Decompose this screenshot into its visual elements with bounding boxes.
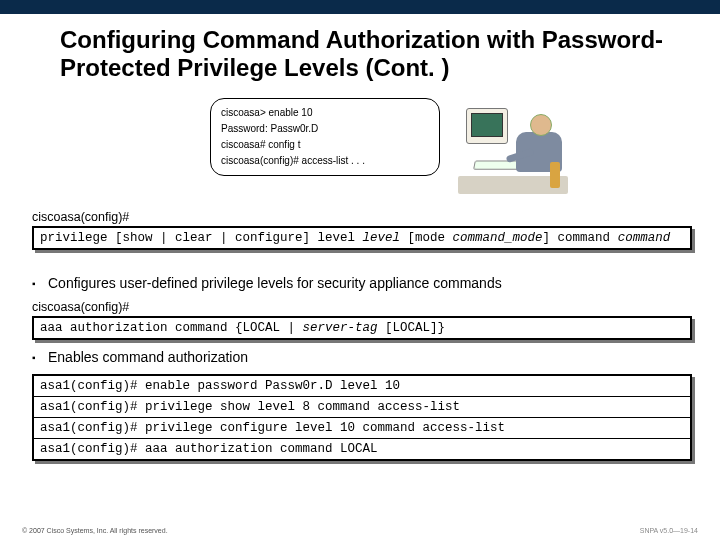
syntax-text: [mode	[400, 231, 453, 245]
chair-shape	[550, 162, 560, 188]
example-row: asa1(config)# privilege configure level …	[34, 418, 690, 439]
syntax-text: [LOCAL]}	[378, 321, 446, 335]
syntax-box-privilege: privilege [show | clear | configure] lev…	[32, 226, 692, 250]
prompt-label-2: ciscoasa(config)#	[32, 300, 129, 314]
screen-shape	[471, 113, 503, 137]
callout-line: ciscoasa(config)# access-list . . .	[221, 153, 429, 169]
syntax-arg: command	[618, 231, 671, 245]
syntax-arg: server-tag	[303, 321, 378, 335]
slide-number: SNPA v5.0—19-14	[640, 527, 698, 534]
person-head-shape	[530, 114, 552, 136]
example-row: asa1(config)# aaa authorization command …	[34, 439, 690, 459]
slide-title: Configuring Command Authorization with P…	[60, 26, 690, 81]
bullet-aaa-desc: Enables command authorization	[48, 349, 692, 365]
bullet-privilege-desc: Configures user-defined privilege levels…	[48, 275, 692, 291]
syntax-arg: level	[363, 231, 401, 245]
monitor-icon	[466, 108, 508, 144]
example-commands-box: asa1(config)# enable password Passw0r.D …	[32, 374, 692, 461]
syntax-text: ] command	[543, 231, 618, 245]
user-at-computer-illustration	[458, 108, 568, 198]
example-row: asa1(config)# enable password Passw0r.D …	[34, 376, 690, 397]
callout-line: Password: Passw0r.D	[221, 121, 429, 137]
syntax-box-aaa: aaa authorization command {LOCAL | serve…	[32, 316, 692, 340]
syntax-text: privilege [show | clear | configure] lev…	[40, 231, 363, 245]
callout-line: ciscoasa> enable 10	[221, 105, 429, 121]
footer: © 2007 Cisco Systems, Inc. All rights re…	[22, 527, 698, 534]
top-accent-bar	[0, 0, 720, 14]
slide: Configuring Command Authorization with P…	[0, 0, 720, 540]
example-row: asa1(config)# privilege show level 8 com…	[34, 397, 690, 418]
callout-line: ciscoasa# config t	[221, 137, 429, 153]
copyright-text: © 2007 Cisco Systems, Inc. All rights re…	[22, 527, 168, 534]
syntax-text: aaa authorization command {LOCAL |	[40, 321, 303, 335]
syntax-arg: command_mode	[453, 231, 543, 245]
terminal-callout: ciscoasa> enable 10 Password: Passw0r.D …	[210, 98, 440, 176]
prompt-label-1: ciscoasa(config)#	[32, 210, 129, 224]
